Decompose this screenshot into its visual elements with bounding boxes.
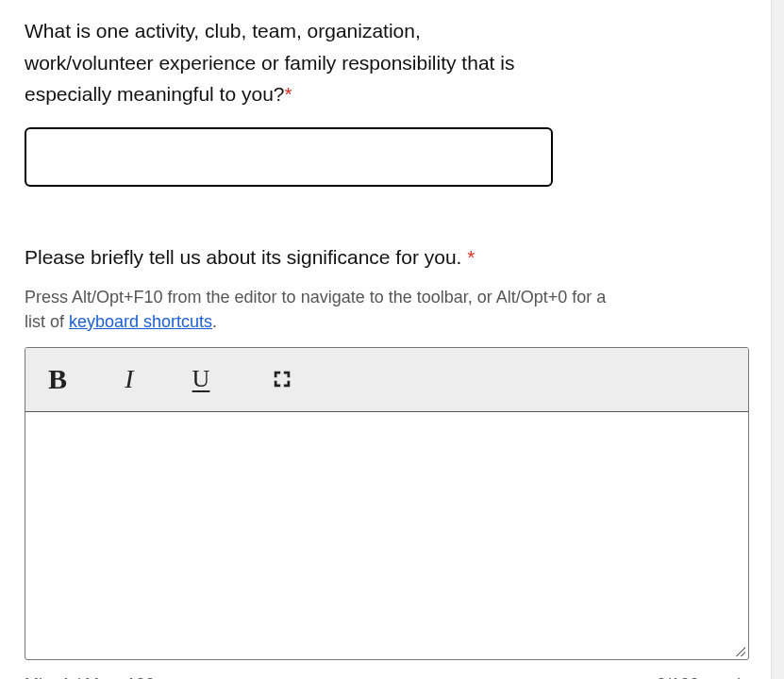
vertical-scrollbar[interactable]	[771, 0, 784, 679]
keyboard-shortcuts-link[interactable]: keyboard shortcuts	[69, 312, 212, 331]
question-2-label: Please briefly tell us about its signifi…	[25, 241, 685, 273]
question-1-text: What is one activity, club, team, organi…	[25, 20, 514, 105]
significance-textarea[interactable]	[25, 412, 748, 655]
editor-help-text: Press Alt/Opt+F10 from the editor to nav…	[25, 286, 628, 333]
required-asterisk: *	[285, 83, 292, 105]
required-asterisk: *	[467, 246, 475, 268]
help-suffix: .	[212, 312, 217, 331]
word-count-label: 0/100 words	[657, 675, 749, 679]
form-content: What is one activity, club, team, organi…	[0, 0, 769, 679]
question-2-section: Please briefly tell us about its signifi…	[25, 241, 744, 679]
question-1-label: What is one activity, club, team, organi…	[25, 15, 553, 110]
underline-button[interactable]: U	[182, 360, 220, 398]
fullscreen-icon	[272, 369, 292, 389]
bold-button[interactable]: B	[39, 360, 76, 398]
editor-toolbar: B I U	[25, 348, 748, 412]
activity-input[interactable]	[25, 127, 553, 187]
word-limit-label: Min: 1 / Max: 100	[25, 675, 155, 679]
fullscreen-button[interactable]	[263, 360, 301, 398]
question-2-text: Please briefly tell us about its signifi…	[25, 246, 467, 268]
rich-text-editor: B I U	[25, 347, 749, 660]
editor-footer: Min: 1 / Max: 100 0/100 words	[25, 675, 749, 679]
italic-button[interactable]: I	[110, 360, 148, 398]
